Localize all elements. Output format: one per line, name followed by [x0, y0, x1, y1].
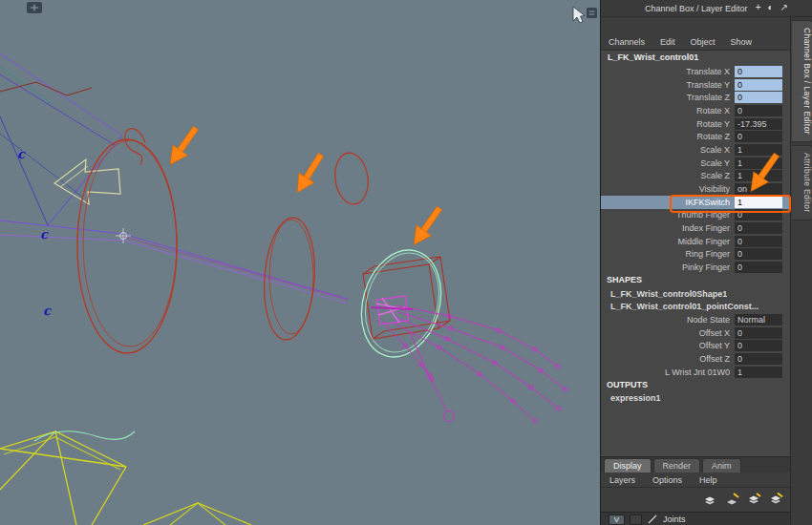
- channel-label[interactable]: Rotate X: [601, 106, 735, 116]
- tab-render[interactable]: Render: [653, 458, 701, 472]
- menu-show[interactable]: Show: [723, 37, 760, 47]
- channel-label[interactable]: Translate Z: [601, 93, 735, 102]
- channel-row-l-wrist-jnt-01w0[interactable]: L Wrist Jnt 01W01: [601, 366, 790, 379]
- channel-row-node-state[interactable]: Node StateNormal: [601, 313, 790, 326]
- node-item-l-fk-wrist-control01-pointconst[interactable]: L_FK_Wrist_control01_pointConst...: [601, 300, 790, 313]
- channel-row-translate-y[interactable]: Translate Y0: [601, 78, 790, 92]
- channel-label[interactable]: Offset Z: [601, 354, 735, 364]
- tab-anim[interactable]: Anim: [702, 458, 741, 472]
- channel-value-field[interactable]: 0: [735, 105, 782, 116]
- viewport-3d[interactable]: c c c: [0, 0, 600, 525]
- channel-label[interactable]: Node State: [601, 315, 735, 325]
- node-item-expression1[interactable]: expression1: [601, 391, 790, 405]
- channel-row-scale-z[interactable]: Scale Z1: [601, 170, 790, 183]
- layer-visibility-toggle[interactable]: V: [609, 514, 625, 525]
- channel-row-middle-finger[interactable]: Middle Finger0: [601, 235, 790, 248]
- create-empty-layer-icon[interactable]: [745, 492, 762, 507]
- layer-name[interactable]: Joints: [663, 514, 686, 524]
- node-item-l-fk-wrist-control0shape1[interactable]: L_FK_Wrist_control0Shape1: [601, 287, 790, 301]
- channel-row-translate-x[interactable]: Translate X0: [601, 65, 790, 78]
- tab-channel-box-layer-editor[interactable]: Channel Box / Layer Editor: [792, 20, 812, 142]
- channel-row-rotate-z[interactable]: Rotate Z0: [601, 130, 790, 143]
- node-label[interactable]: L_FK_Wrist_control01_pointConst...: [601, 302, 759, 311]
- channel-value-field[interactable]: 1: [735, 158, 782, 169]
- channel-row-scale-x[interactable]: Scale X1: [601, 143, 790, 157]
- selected-node-name[interactable]: L_FK_Wrist_control01: [601, 51, 790, 65]
- channel-box-menubar: Channels Edit Object Show: [601, 34, 790, 50]
- channel-label[interactable]: Ring Finger: [601, 249, 735, 259]
- channel-label[interactable]: Offset Y: [601, 341, 735, 350]
- node-label[interactable]: expression1: [601, 393, 661, 403]
- channel-row-visibility[interactable]: Visibilityon: [601, 182, 790, 196]
- channel-row-offset-y[interactable]: Offset Y0: [601, 339, 790, 352]
- tab-display[interactable]: Display: [604, 458, 652, 472]
- layer-editor: Display Render Anim Layers Options Help: [601, 456, 790, 525]
- menu-help[interactable]: Help: [691, 475, 726, 485]
- channel-value-field[interactable]: 0: [735, 327, 782, 339]
- channel-value-field[interactable]: 1: [735, 367, 782, 378]
- channel-row-scale-y[interactable]: Scale Y1: [601, 157, 790, 170]
- move-layer-icon[interactable]: [701, 492, 718, 507]
- channel-label[interactable]: Rotate Y: [601, 119, 735, 129]
- channel-label[interactable]: Middle Finger: [601, 237, 735, 246]
- channel-row-index-finger[interactable]: Index Finger0: [601, 221, 790, 235]
- channel-value-field[interactable]: 0: [735, 340, 782, 351]
- snap-icon[interactable]: +: [756, 2, 761, 12]
- menu-layers[interactable]: Layers: [601, 475, 644, 485]
- layer-editor-toolbar: [601, 488, 790, 510]
- channel-label[interactable]: Visibility: [601, 184, 735, 194]
- node-label[interactable]: L_FK_Wrist_control0Shape1: [601, 289, 727, 299]
- channel-value-field[interactable]: 0: [735, 222, 782, 234]
- channel-row-ring-finger[interactable]: Ring Finger0: [601, 248, 790, 262]
- layer-row-joints[interactable]: V Joints: [601, 512, 790, 525]
- layer-type-icon[interactable]: [647, 514, 658, 525]
- viewport-menu-grip-icon[interactable]: [27, 2, 42, 13]
- channel-value-field[interactable]: 1: [735, 197, 782, 208]
- channel-label[interactable]: Thumb Finger: [601, 210, 735, 220]
- channel-value-field[interactable]: 1: [735, 144, 782, 156]
- channel-row-translate-z[interactable]: Translate Z0: [601, 91, 790, 104]
- channel-row-offset-x[interactable]: Offset X0: [601, 326, 790, 340]
- channel-label[interactable]: Scale X: [601, 145, 735, 155]
- channel-row-rotate-y[interactable]: Rotate Y-17.395: [601, 117, 790, 131]
- channel-row-thumb-finger[interactable]: Thumb Finger0: [601, 209, 790, 222]
- channel-value-field[interactable]: -17.395: [735, 118, 782, 130]
- menu-edit[interactable]: Edit: [652, 37, 683, 47]
- channel-label[interactable]: L Wrist Jnt 01W0: [601, 368, 735, 377]
- channel-label[interactable]: Translate X: [601, 67, 735, 76]
- channel-label[interactable]: Scale Z: [601, 171, 735, 180]
- channel-value-field[interactable]: 0: [735, 79, 782, 91]
- channel-row-rotate-x[interactable]: Rotate X0: [601, 104, 790, 117]
- menu-channels[interactable]: Channels: [601, 37, 652, 47]
- channel-value-field[interactable]: 0: [735, 92, 782, 103]
- menu-object[interactable]: Object: [683, 37, 723, 47]
- channel-value-field[interactable]: 1: [735, 170, 782, 181]
- channel-label[interactable]: Translate Y: [601, 80, 735, 90]
- channel-value-field[interactable]: on: [735, 183, 782, 195]
- create-layer-from-selected-icon[interactable]: [767, 492, 784, 507]
- channel-label[interactable]: Offset X: [601, 328, 735, 338]
- channel-label[interactable]: Rotate Z: [601, 132, 735, 141]
- edit-layer-icon[interactable]: [723, 492, 740, 507]
- channel-label[interactable]: Index Finger: [601, 223, 735, 233]
- channel-value-field[interactable]: 0: [735, 248, 782, 260]
- channel-value-field[interactable]: Normal: [735, 314, 782, 326]
- menu-options[interactable]: Options: [644, 475, 691, 485]
- channel-row-offset-z[interactable]: Offset Z0: [601, 352, 790, 366]
- channel-value-field[interactable]: 0: [735, 209, 782, 220]
- channel-value-field[interactable]: 0: [735, 262, 782, 273]
- viewport-options-icon[interactable]: [587, 8, 597, 18]
- channel-value-field[interactable]: 0: [735, 131, 782, 142]
- pop-out-icon[interactable]: ↗: [780, 2, 788, 12]
- channel-label[interactable]: Scale Y: [601, 158, 735, 168]
- channel-value-field[interactable]: 0: [735, 66, 782, 77]
- channel-label[interactable]: IKFKSwitch: [601, 198, 735, 207]
- channel-value-field[interactable]: 0: [735, 236, 782, 247]
- layer-playback-toggle[interactable]: [630, 514, 642, 525]
- channel-row-ikfkswitch[interactable]: IKFKSwitch1: [601, 196, 790, 209]
- channel-row-pinky-finger[interactable]: Pinky Finger0: [601, 261, 790, 274]
- display-toggle-icon[interactable]: ◐: [768, 2, 774, 12]
- channel-label[interactable]: Pinky Finger: [601, 262, 735, 272]
- channel-value-field[interactable]: 0: [735, 353, 782, 365]
- tab-attribute-editor[interactable]: Attribute Editor: [792, 145, 812, 220]
